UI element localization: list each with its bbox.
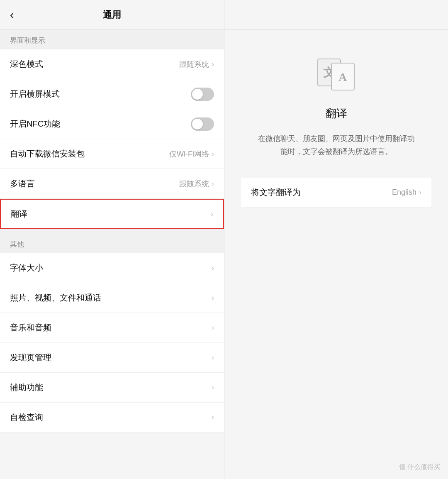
settings-item-nfc[interactable]: 开启NFC功能 <box>0 109 224 139</box>
settings-item-translate[interactable]: 翻译 › <box>0 199 224 229</box>
settings-item-dark-mode[interactable]: 深色模式 跟随系统 › <box>0 49 224 79</box>
settings-item-discovery[interactable]: 发现页管理 › <box>0 343 224 373</box>
accessibility-chevron-icon: › <box>212 383 214 392</box>
selfcheck-chevron-icon: › <box>212 413 214 422</box>
translate-setting-chevron-icon: › <box>419 188 421 197</box>
language-label: 多语言 <box>10 178 35 189</box>
dark-mode-label: 深色模式 <box>10 59 43 70</box>
left-panel: ‹ 通用 界面和显示 深色模式 跟随系统 › 开启横屏模式 开启NFC功能 自动… <box>0 0 224 479</box>
left-title: 通用 <box>103 9 121 21</box>
discovery-chevron-icon: › <box>212 353 214 362</box>
translate-icon-container: 文 A <box>316 55 357 94</box>
translate-label: 翻译 <box>11 208 27 220</box>
language-chevron-icon: › <box>212 179 214 188</box>
right-content: 文 A 翻译 在微信聊天、朋友圈、网页及图片中使用翻译功能时，文字会被翻译为所选… <box>224 30 448 479</box>
translate-setting-label: 将文字翻译为 <box>251 187 301 198</box>
right-header: ‹ <box>224 0 448 30</box>
landscape-label: 开启横屏模式 <box>10 88 60 100</box>
dark-mode-chevron-icon: › <box>212 60 214 68</box>
download-label: 自动下载微信安装包 <box>10 148 85 159</box>
translate-icon: 文 A <box>316 55 357 92</box>
font-chevron-icon: › <box>212 264 214 272</box>
media-label: 照片、视频、文件和通话 <box>10 292 101 303</box>
translate-setting-value: English › <box>392 188 421 197</box>
right-back-button[interactable]: ‹ <box>10 9 14 21</box>
discovery-label: 发现页管理 <box>10 352 51 363</box>
translate-target-setting[interactable]: 将文字翻译为 English › <box>241 178 431 208</box>
settings-list-other: 字体大小 › 照片、视频、文件和通话 › 音乐和音频 › 发现页管理 › 辅助功… <box>0 253 224 433</box>
right-description: 在微信聊天、朋友圈、网页及图片中使用翻译功能时，文字会被翻译为所选语言。 <box>258 132 415 158</box>
settings-list-ui: 深色模式 跟随系统 › 开启横屏模式 开启NFC功能 自动下载微信安装包 仅Wi… <box>0 49 224 229</box>
nfc-label: 开启NFC功能 <box>10 118 60 130</box>
settings-item-landscape[interactable]: 开启横屏模式 <box>0 79 224 109</box>
nfc-toggle[interactable] <box>191 117 214 131</box>
font-label: 字体大小 <box>10 262 43 274</box>
download-chevron-icon: › <box>212 149 214 158</box>
svg-text:A: A <box>338 71 347 83</box>
settings-item-media[interactable]: 照片、视频、文件和通话 › <box>0 283 224 313</box>
accessibility-label: 辅助功能 <box>10 382 43 393</box>
settings-item-music[interactable]: 音乐和音频 › <box>0 313 224 343</box>
right-title: 翻译 <box>326 106 347 121</box>
media-chevron-icon: › <box>212 293 214 302</box>
section-gap <box>0 229 224 234</box>
music-label: 音乐和音频 <box>10 322 51 333</box>
right-panel: ‹ 文 A 翻译 在微信聊天、朋友圈、网页及图片中使用翻译功能时，文字会被翻译为… <box>224 0 448 479</box>
settings-item-download[interactable]: 自动下载微信安装包 仅Wi-Fi网络 › <box>0 139 224 169</box>
settings-item-language[interactable]: 多语言 跟随系统 › <box>0 169 224 199</box>
language-value: 跟随系统 › <box>179 179 214 189</box>
download-value: 仅Wi-Fi网络 › <box>169 149 214 159</box>
section-header-ui: 界面和显示 <box>0 30 224 49</box>
landscape-toggle[interactable] <box>191 88 214 101</box>
dark-mode-value: 跟随系统 › <box>179 59 214 69</box>
settings-item-accessibility[interactable]: 辅助功能 › <box>0 373 224 403</box>
left-header: ‹ 通用 <box>0 0 224 30</box>
music-chevron-icon: › <box>212 323 214 332</box>
settings-item-selfcheck[interactable]: 自检查询 › <box>0 403 224 433</box>
settings-item-font[interactable]: 字体大小 › <box>0 253 224 283</box>
section-header-other: 其他 <box>0 234 224 253</box>
selfcheck-label: 自检查询 <box>10 412 43 423</box>
watermark: 值 什么值得买 <box>399 463 441 472</box>
translate-chevron-icon: › <box>211 210 213 218</box>
